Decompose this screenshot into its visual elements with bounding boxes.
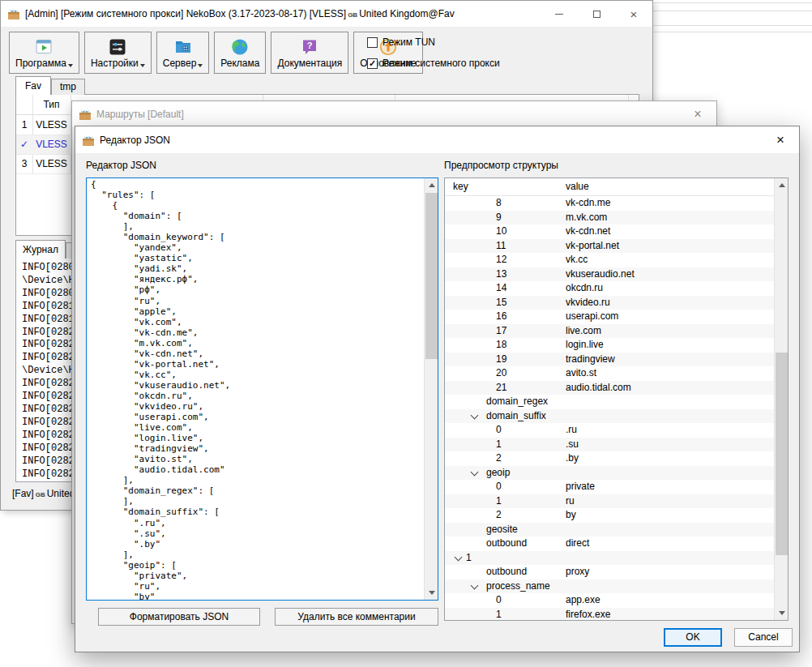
checkbox-label: Режим TUN xyxy=(382,36,435,48)
scroll-down-icon[interactable] xyxy=(425,586,438,600)
tree-row[interactable]: 8vk-cdn.me xyxy=(445,196,774,211)
tree-row[interactable]: 20avito.st xyxy=(445,366,774,381)
tree-key: process_name xyxy=(486,579,550,594)
tree-row[interactable]: 1firefox.exe xyxy=(445,608,774,622)
tree-row[interactable]: 12vk.cc xyxy=(445,253,774,267)
checkbox-tun-mode[interactable]: Режим TUN xyxy=(367,36,500,48)
tree-key: 1 xyxy=(496,494,502,509)
tree-value: private xyxy=(566,480,595,494)
tree-row[interactable]: 15vkvideo.ru xyxy=(445,296,774,310)
toolbar-button-server-folder[interactable]: Сервер xyxy=(156,32,210,74)
tree-row[interactable]: 19tradingview xyxy=(445,353,774,367)
background-row-line xyxy=(653,11,812,11)
scroll-up-icon[interactable] xyxy=(425,178,438,192)
checkbox-checked-icon[interactable]: ✓ xyxy=(367,58,378,69)
gb-country-badge-status: GB xyxy=(36,491,45,498)
nekobox-app-icon xyxy=(7,7,20,20)
tree-row[interactable]: 1 xyxy=(445,551,774,566)
tree-row[interactable]: 0app.exe xyxy=(445,593,774,608)
tree-value: ru xyxy=(566,494,575,509)
tree-row[interactable]: 2.by xyxy=(445,451,774,466)
tree-row[interactable]: 17live.com xyxy=(445,324,774,339)
globe-icon xyxy=(230,37,250,57)
tree-row[interactable]: outboundproxy xyxy=(445,565,774,579)
maximize-button[interactable] xyxy=(578,1,615,27)
editor-scrollbar-thumb[interactable] xyxy=(425,193,438,359)
toolbar-button-label: Документация xyxy=(277,58,342,69)
tree-row[interactable]: 11vk-portal.net xyxy=(445,239,774,254)
structure-preview-tree: key value 8vk-cdn.me9m.vk.com10vk-cdn.ne… xyxy=(444,177,788,621)
tree-row[interactable]: geoip xyxy=(445,466,774,481)
tree-row[interactable]: 21audio.tidal.com xyxy=(445,381,774,395)
tree-row[interactable]: 0private xyxy=(445,480,774,494)
tree-scrollbar[interactable] xyxy=(774,178,788,620)
editor-label: Редактор JSON xyxy=(86,160,156,171)
profile-row-number: 1 xyxy=(16,116,32,135)
tree-row[interactable]: geosite xyxy=(445,523,774,537)
tree-row[interactable]: 13vkuseraudio.net xyxy=(445,267,774,282)
ok-button[interactable]: OK xyxy=(664,628,722,647)
tab-tmp[interactable]: tmp xyxy=(51,79,85,95)
tree-value: okcdn.ru xyxy=(566,281,603,296)
gb-country-badge: GB xyxy=(348,11,357,19)
tree-row[interactable]: outbounddirect xyxy=(445,537,774,551)
tree-row[interactable]: 18login.live xyxy=(445,338,774,353)
tree-scrollbar-thumb[interactable] xyxy=(776,353,788,555)
tree-row[interactable]: 9m.vk.com xyxy=(445,211,774,225)
status-bar: [Fav]GBUnited xyxy=(12,488,75,499)
tree-key: 2 xyxy=(496,451,502,466)
preview-label: Предпросмотр структуры xyxy=(444,160,558,171)
tree-value: tradingview xyxy=(566,353,615,367)
tree-row[interactable]: 0.ru xyxy=(445,423,774,438)
tree-row[interactable]: 1.su xyxy=(445,438,774,452)
active-profile-check-icon: ✓ xyxy=(16,135,32,154)
scroll-down-icon[interactable] xyxy=(775,606,788,620)
tree-value: proxy xyxy=(566,565,589,579)
tree-key: domain_regex xyxy=(486,395,548,409)
cancel-button[interactable]: Cancel xyxy=(734,628,793,647)
chevron-down-icon[interactable] xyxy=(455,553,463,561)
dropdown-arrow-icon xyxy=(68,64,73,67)
tree-key: geoip xyxy=(486,466,510,481)
tree-value: .by xyxy=(566,451,579,466)
tree-row[interactable]: domain_suffix xyxy=(445,409,774,424)
toolbar-button-program-window[interactable]: Программа xyxy=(9,32,79,74)
toolbar-button-help-bubble[interactable]: ?Документация xyxy=(271,32,348,74)
close-button[interactable]: × xyxy=(615,1,652,27)
tree-value: .ru xyxy=(566,423,577,438)
format-json-button[interactable]: Форматировать JSON xyxy=(98,608,260,626)
toolbar-button-settings-sliders[interactable]: Настройки xyxy=(84,32,152,74)
tree-row[interactable]: 2by xyxy=(445,508,774,523)
svg-text:?: ? xyxy=(307,41,313,50)
tree-row[interactable]: 16userapi.com xyxy=(445,310,774,324)
tab-fav[interactable]: Fav xyxy=(15,76,51,95)
routes-close-button[interactable]: × xyxy=(679,101,716,126)
tree-row[interactable]: process_name xyxy=(445,579,774,594)
chevron-down-icon[interactable] xyxy=(471,468,479,476)
remove-comments-button[interactable]: Удалить все комментарии xyxy=(275,608,438,626)
scroll-up-icon[interactable] xyxy=(775,178,788,192)
chevron-down-icon[interactable] xyxy=(471,581,479,589)
tree-value: vk-cdn.net xyxy=(566,224,610,239)
tree-value: vkuseraudio.net xyxy=(566,267,635,282)
minimize-button[interactable] xyxy=(541,1,578,27)
tree-key: outbound xyxy=(486,537,527,551)
tree-value: login.live xyxy=(566,338,604,353)
tree-key: 11 xyxy=(496,239,506,254)
checkbox-unchecked-icon[interactable] xyxy=(367,37,378,48)
tree-row[interactable]: 14okcdn.ru xyxy=(445,281,774,296)
tree-value: .su xyxy=(566,438,579,452)
toolbar-button-globe[interactable]: Реклама xyxy=(214,32,266,74)
tab-log[interactable]: Журнал xyxy=(15,240,66,259)
json-editor-textarea[interactable]: { "rules": [ { "domain": [ ], "domain_ke… xyxy=(86,177,438,601)
tree-key: 14 xyxy=(496,281,506,296)
tree-row[interactable]: 1ru xyxy=(445,494,774,509)
tree-key: 1 xyxy=(496,608,502,622)
editor-scrollbar[interactable] xyxy=(424,178,438,600)
dialog-close-button[interactable]: × xyxy=(762,126,799,153)
tree-row[interactable]: 10vk-cdn.net xyxy=(445,224,774,239)
tree-key: 0 xyxy=(496,593,502,608)
checkbox-system-proxy-mode[interactable]: ✓Режим системного прокси xyxy=(367,58,500,69)
chevron-down-icon[interactable] xyxy=(471,411,479,419)
tree-row[interactable]: domain_regex xyxy=(445,395,774,409)
